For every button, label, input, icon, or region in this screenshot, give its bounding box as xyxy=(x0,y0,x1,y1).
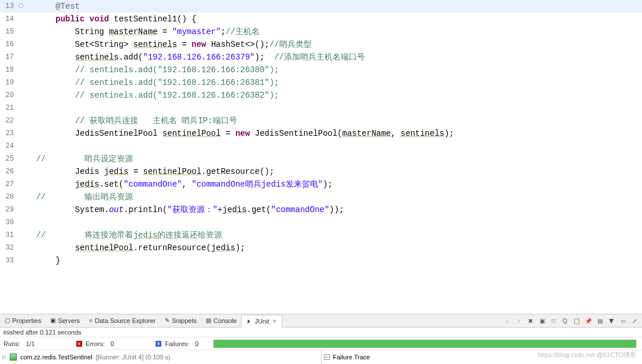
tab-label: Snippets xyxy=(172,317,197,324)
code-content[interactable]: Jedis jedis = sentinelPool.getResource()… xyxy=(27,165,642,178)
code-line[interactable]: 14 public void testSentinel1() { xyxy=(0,13,642,25)
gutter-marker xyxy=(15,127,27,140)
failures-label: Failures: xyxy=(165,340,189,347)
toolbar-button-4[interactable]: □ xyxy=(549,317,558,325)
code-content[interactable]: JedisSentinelPool sentinelPool = new Jed… xyxy=(27,127,642,140)
runs-value: 1/1 xyxy=(26,340,35,347)
code-content[interactable]: // sentinels.add("192.168.126.166:26382"… xyxy=(27,89,642,102)
code-line[interactable]: 28 // 输出哨兵资源 xyxy=(0,191,642,203)
junit-toolbar: ↓↑✖▣□Q📋📌▤⯆▭⤢ xyxy=(500,317,642,325)
code-line[interactable]: 24 xyxy=(0,140,642,153)
code-content[interactable]: // sentinels.add("192.168.126.166:26381"… xyxy=(27,76,642,89)
code-content[interactable]: @Test xyxy=(27,0,642,13)
line-number: 30 xyxy=(0,216,15,229)
code-line[interactable]: 16 Set<String> sentinels = new HashSet<>… xyxy=(0,38,642,51)
code-content[interactable] xyxy=(27,140,642,153)
view-tab-properties[interactable]: ▢Properties xyxy=(0,314,46,327)
tab-label: JUnit xyxy=(254,318,269,325)
line-number: 20 xyxy=(0,89,15,102)
line-number: 15 xyxy=(0,25,15,38)
line-number: 25 xyxy=(0,153,15,165)
line-number: 26 xyxy=(0,165,15,178)
tab-icon: ✎ xyxy=(165,318,169,324)
toolbar-button-10[interactable]: ▭ xyxy=(619,317,627,325)
code-content[interactable]: Set<String> sentinels = new HashSet<>();… xyxy=(27,38,642,51)
code-line[interactable]: 29 System.out.println("获取资源："+jedis.get(… xyxy=(0,203,642,216)
gutter-marker xyxy=(15,191,27,203)
line-number: 33 xyxy=(0,254,15,267)
code-editor[interactable]: 13 @Test14 public void testSentinel1() {… xyxy=(0,0,642,314)
code-line[interactable]: 20 // sentinels.add("192.168.126.166:263… xyxy=(0,89,642,102)
code-line[interactable]: 23 JedisSentinelPool sentinelPool = new … xyxy=(0,127,642,140)
toolbar-button-7[interactable]: 📌 xyxy=(584,317,592,325)
code-line[interactable]: 22 // 获取哨兵连接 主机名 哨兵IP:端口号 xyxy=(0,114,642,127)
toolbar-button-11[interactable]: ⤢ xyxy=(630,317,639,325)
code-line[interactable]: 32 sentinelPool.returnResource(jedis); xyxy=(0,242,642,254)
code-line[interactable]: 26 Jedis jedis = sentinelPool.getResourc… xyxy=(0,165,642,178)
view-tab-data-source-explorer[interactable]: ⌗Data Source Explorer xyxy=(84,314,160,327)
toolbar-button-3[interactable]: ▣ xyxy=(538,317,546,325)
line-number: 14 xyxy=(0,13,15,25)
toolbar-button-2[interactable]: ✖ xyxy=(526,317,534,325)
code-line[interactable]: 17 sentinels.add("192.168.126.166:26379"… xyxy=(0,51,642,64)
view-tab-console[interactable]: ▤Console xyxy=(201,314,241,327)
toolbar-button-1[interactable]: ↑ xyxy=(515,317,523,325)
toolbar-button-9[interactable]: ⯆ xyxy=(607,317,615,325)
code-content[interactable]: jedis.set("commandOne", "commandOne哨兵jed… xyxy=(27,178,642,191)
toolbar-button-0[interactable]: ↓ xyxy=(503,317,511,325)
code-line[interactable]: 31 // 将连接池带着jedis的连接返还给资源 xyxy=(0,229,642,242)
code-content[interactable]: // 哨兵设定资源 xyxy=(27,153,642,165)
code-content[interactable]: String masterName = "mymaster";//主机名 xyxy=(27,25,642,38)
tab-label: Console xyxy=(213,317,237,324)
gutter-marker xyxy=(15,102,27,114)
code-content[interactable]: sentinelPool.returnResource(jedis); xyxy=(27,242,642,254)
errors-value: 0 xyxy=(110,340,114,347)
code-content[interactable]: public void testSentinel1() { xyxy=(27,13,642,25)
gutter-marker xyxy=(15,153,27,165)
code-content[interactable]: } xyxy=(27,254,642,267)
code-line[interactable]: 18 // sentinels.add("192.168.126.166:263… xyxy=(0,64,642,76)
close-icon[interactable]: ✕ xyxy=(272,318,277,324)
line-number: 18 xyxy=(0,64,15,76)
toolbar-button-8[interactable]: ▤ xyxy=(596,317,604,325)
code-content[interactable]: // sentinels.add("192.168.126.166:26380"… xyxy=(27,64,642,76)
view-tab-servers[interactable]: ▣Servers xyxy=(46,314,84,327)
line-number: 21 xyxy=(0,102,15,114)
gutter-marker xyxy=(15,203,27,216)
code-line[interactable]: 15 String masterName = "mymaster";//主机名 xyxy=(0,25,642,38)
gutter-marker xyxy=(15,229,27,242)
code-content[interactable]: System.out.println("获取资源："+jedis.get("co… xyxy=(27,203,642,216)
tree-toggle-icon[interactable]: ▷ xyxy=(2,354,6,360)
code-content[interactable] xyxy=(27,216,642,229)
code-content[interactable]: // 输出哨兵资源 xyxy=(27,191,642,203)
view-tab-snippets[interactable]: ✎Snippets xyxy=(160,314,201,327)
views-tab-bar: ▢Properties▣Servers⌗Data Source Explorer… xyxy=(0,314,642,328)
code-line[interactable]: 27 jedis.set("commandOne", "commandOne哨兵… xyxy=(0,178,642,191)
code-line[interactable]: 33 } xyxy=(0,254,642,267)
code-content[interactable]: // 将连接池带着jedis的连接返还给资源 xyxy=(27,229,642,242)
toolbar-button-5[interactable]: Q xyxy=(561,317,569,325)
junit-finished-label: inished after 0.121 seconds xyxy=(0,328,642,337)
gutter-marker xyxy=(15,254,27,267)
test-tree[interactable]: ▷ com.zz.redis.TestSentinel [Runner: JUn… xyxy=(0,350,321,364)
view-tab-junit[interactable]: ⏵JUnit✕ xyxy=(241,315,282,328)
code-content[interactable]: // 获取哨兵连接 主机名 哨兵IP:端口号 xyxy=(27,114,642,127)
line-number: 29 xyxy=(0,203,15,216)
test-pass-icon xyxy=(10,354,17,361)
error-icon: x xyxy=(76,341,82,347)
code-line[interactable]: 21 xyxy=(0,102,642,114)
line-number: 31 xyxy=(0,229,15,242)
code-line[interactable]: 19 // sentinels.add("192.168.126.166:263… xyxy=(0,76,642,89)
code-line[interactable]: 30 xyxy=(0,216,642,229)
line-number: 32 xyxy=(0,242,15,254)
code-line[interactable]: 25 // 哨兵设定资源 xyxy=(0,153,642,165)
tab-label: Servers xyxy=(58,317,80,324)
tab-label: Data Source Explorer xyxy=(95,317,156,324)
toolbar-button-6[interactable]: 📋 xyxy=(573,317,581,325)
junit-stats-row: Runs: 1/1 x Errors: 0 x Failures: 0 xyxy=(0,337,642,350)
code-content[interactable]: sentinels.add("192.168.126.166:26379"); … xyxy=(27,51,642,64)
tab-icon: ▣ xyxy=(50,318,56,324)
code-content[interactable] xyxy=(27,102,642,114)
gutter-marker xyxy=(15,140,27,153)
code-line[interactable]: 13 @Test xyxy=(0,0,642,13)
